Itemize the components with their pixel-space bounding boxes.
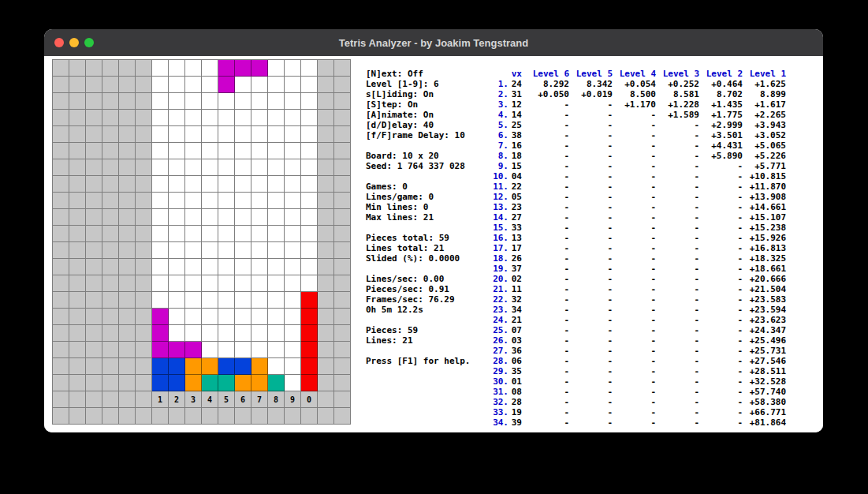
board-cell-empty (152, 143, 169, 159)
board-cell-wall (119, 275, 136, 292)
level-value: +81.864 (743, 417, 786, 428)
board-cell-empty (235, 143, 251, 159)
board-cell-wall (136, 342, 152, 358)
board-cell-wall (318, 242, 334, 259)
board-cell-wall (318, 209, 334, 226)
board-cell-wall (136, 143, 152, 159)
board-cell-empty (185, 325, 202, 342)
row-number: 25. (485, 325, 509, 335)
board-cell-wall (318, 176, 334, 193)
board-cell-empty (152, 259, 169, 275)
level-value: - (522, 376, 569, 387)
board-cell-empty (185, 60, 202, 77)
board-cell-wall (119, 408, 136, 425)
table-row: 3.12--+1.170+1.228+1.435+1.617 (485, 99, 786, 110)
board-cell-wall (136, 391, 152, 408)
board-cell-wall (119, 292, 136, 309)
level-value: - (699, 274, 743, 284)
level-value: - (699, 202, 743, 212)
level-value: - (656, 294, 699, 305)
level-value: - (613, 335, 656, 346)
level-value: - (656, 171, 699, 182)
board-cell-wall (119, 375, 136, 391)
table-header-row: vxLevel 6Level 5Level 4Level 3Level 2Lev… (485, 69, 786, 79)
board-cell-empty (202, 77, 218, 93)
board-column-label: 5 (218, 391, 235, 408)
level-value: - (656, 305, 699, 315)
board-cell-piece (185, 342, 202, 358)
level-value: - (569, 120, 613, 130)
close-button[interactable] (54, 38, 64, 47)
board-cell-wall (334, 342, 351, 358)
vx-value: 36 (509, 346, 522, 356)
board-cell-piece (202, 375, 218, 391)
zoom-button[interactable] (84, 38, 94, 47)
board-cell-wall (53, 292, 69, 309)
board-cell-empty (218, 143, 235, 159)
level-value: - (656, 366, 699, 376)
board-cell-empty (185, 159, 202, 176)
minimize-button[interactable] (69, 38, 79, 47)
level-value: - (613, 130, 656, 140)
level-value: - (613, 151, 656, 161)
board-cell-empty (285, 143, 301, 159)
level-value: +3.943 (743, 120, 786, 130)
level-value: - (699, 397, 743, 407)
level-value: +15.926 (743, 233, 786, 243)
board-cell-empty (218, 93, 235, 110)
level-value: - (613, 315, 656, 325)
board-cell-empty (235, 193, 251, 209)
board-cell-empty (185, 110, 202, 126)
level-value: +18.661 (743, 264, 786, 274)
level-value: +3.052 (743, 130, 786, 140)
board-cell-empty (285, 110, 301, 126)
row-number: 4. (485, 110, 509, 120)
level-value: - (699, 346, 743, 356)
board-cell-wall (136, 93, 152, 110)
level-value: +1.589 (656, 110, 699, 120)
board-cell-wall (102, 176, 119, 193)
board-cell-wall (318, 226, 334, 242)
level-value: - (699, 335, 743, 346)
status-line: [f/F]rame Delay: 10 (366, 130, 484, 140)
level-value: +0.054 (613, 79, 656, 89)
board-cell-wall (318, 193, 334, 209)
row-number: 10. (485, 171, 509, 182)
board-cell-empty (251, 325, 268, 342)
level-value: - (569, 233, 613, 243)
board-cell-wall (102, 259, 119, 275)
level-value: - (613, 294, 656, 305)
level-value: - (569, 171, 613, 182)
level-value: - (656, 151, 699, 161)
board-cell-empty (202, 259, 218, 275)
board-cell-empty (268, 292, 285, 309)
table-row: 10.04-----+10.815 (485, 171, 786, 182)
level-value: - (569, 407, 613, 417)
board-cell-empty (169, 325, 185, 342)
board-cell-empty (185, 193, 202, 209)
table-row: 24.21-----+23.623 (485, 315, 786, 325)
board-cell-empty (251, 110, 268, 126)
level-value: - (569, 264, 613, 274)
board-cell-wall (102, 159, 119, 176)
board-cell-empty (235, 259, 251, 275)
board-cell-empty (285, 193, 301, 209)
row-number: 2. (485, 89, 509, 99)
level-value: - (656, 356, 699, 366)
board-column-label: 1 (152, 391, 169, 408)
board-cell-wall (53, 93, 69, 110)
board-cell-wall (318, 259, 334, 275)
level-value: - (613, 243, 656, 253)
level-value: +1.170 (613, 99, 656, 110)
level-value: - (522, 130, 569, 140)
board-cell-wall (136, 77, 152, 93)
table-row: 8.18----+5.890+5.226 (485, 151, 786, 161)
board-cell-empty (235, 242, 251, 259)
status-line: Max lines: 21 (366, 212, 484, 223)
level-value: - (699, 305, 743, 315)
board-cell-empty (251, 275, 268, 292)
board-cell-wall (86, 275, 102, 292)
board-cell-piece (218, 375, 235, 391)
board-cell-empty (185, 77, 202, 93)
board-cell-empty (202, 292, 218, 309)
